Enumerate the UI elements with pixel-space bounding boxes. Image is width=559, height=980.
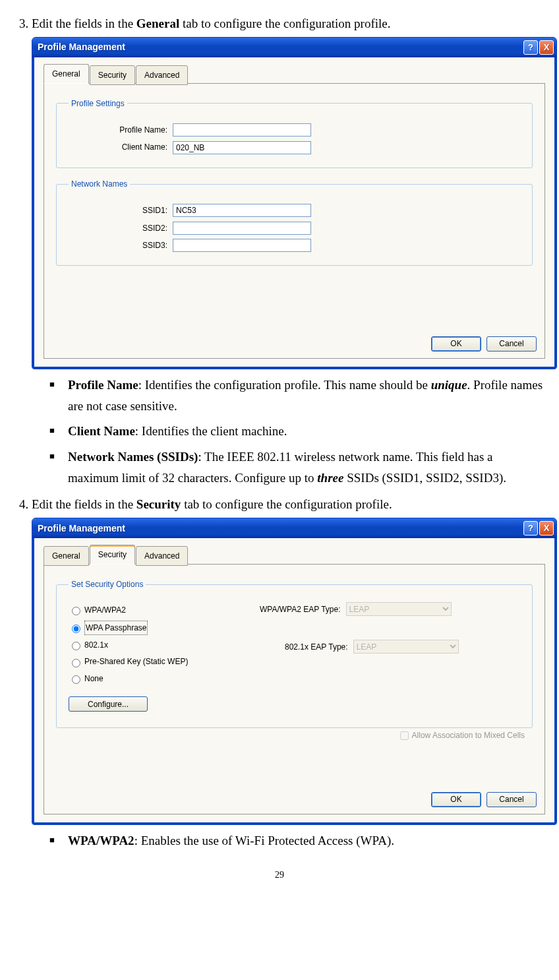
titlebar[interactable]: Profile Management ? X <box>32 518 556 538</box>
mixed-cells-checkbox <box>400 731 409 740</box>
window-title: Profile Management <box>38 521 522 537</box>
tab-general[interactable]: General <box>44 546 89 565</box>
wpa-eap-label: WPA/WPA2 EAP Type: <box>260 603 341 616</box>
bullet-profile-name: Profile Name: Identifies the configurati… <box>68 375 546 417</box>
profile-name-input[interactable] <box>173 123 311 137</box>
radio-wpa[interactable] <box>72 607 80 615</box>
ssid1-input[interactable] <box>173 204 311 217</box>
ssid2-label: SSID2: <box>69 222 167 235</box>
client-name-label: Client Name: <box>69 140 167 154</box>
step-3: Edit the fields in the General tab to co… <box>32 13 546 489</box>
profile-management-window-security: Profile Management ? X General Security … <box>32 518 557 824</box>
cancel-button[interactable]: Cancel <box>486 792 537 807</box>
configure-button[interactable]: Configure... <box>69 696 148 712</box>
radio-8021x-label: 802.1x <box>84 638 108 652</box>
8021x-eap-label: 802.1x EAP Type: <box>285 640 348 654</box>
mixed-cells-label: Allow Association to Mixed Cells <box>412 729 525 742</box>
tab-advanced[interactable]: Advanced <box>136 546 188 565</box>
step4-bold: Security <box>136 497 181 511</box>
tab-advanced[interactable]: Advanced <box>136 65 188 84</box>
close-button[interactable]: X <box>539 40 554 55</box>
cancel-button[interactable]: Cancel <box>486 336 537 352</box>
tab-security[interactable]: Security <box>90 545 135 564</box>
bullet-client-name: Client Name: Identifies the client machi… <box>68 421 546 442</box>
bullet-network-names: Network Names (SSIDs): The IEEE 802.11 w… <box>68 446 546 489</box>
profile-settings-group: Profile Settings Profile Name: Client Na… <box>56 97 533 168</box>
profile-management-window-general: Profile Management ? X General Security … <box>32 37 557 369</box>
network-names-group: Network Names SSID1: SSID2: SSID3: <box>56 177 533 266</box>
radio-psk-label: Pre-Shared Key (Static WEP) <box>84 655 188 668</box>
client-name-input[interactable] <box>173 141 311 154</box>
bullet-wpa: WPA/WPA2: Enables the use of Wi-Fi Prote… <box>68 830 546 851</box>
step3-post: tab to configure the configuration profi… <box>179 16 390 30</box>
security-legend: Set Security Options <box>69 578 146 591</box>
help-button[interactable]: ? <box>523 521 538 536</box>
tab-security[interactable]: Security <box>90 65 135 84</box>
ok-button[interactable]: OK <box>431 336 481 352</box>
radio-8021x[interactable] <box>72 642 80 650</box>
radio-wpa-passphrase-label: WPA Passphrase <box>84 621 148 635</box>
ssid2-input[interactable] <box>173 222 311 235</box>
step-4: Edit the fields in the Security tab to c… <box>32 494 546 851</box>
close-button[interactable]: X <box>539 521 554 536</box>
profile-settings-legend: Profile Settings <box>69 97 127 110</box>
step3-pre: Edit the fields in the <box>32 16 136 30</box>
step3-bold: General <box>136 16 179 30</box>
radio-none[interactable] <box>72 675 80 684</box>
step4-post: tab to configure the configuration profi… <box>181 497 392 511</box>
8021x-eap-select: LEAP <box>353 640 459 654</box>
profile-name-label: Profile Name: <box>69 123 167 137</box>
radio-psk[interactable] <box>72 659 80 667</box>
step4-pre: Edit the fields in the <box>32 497 136 511</box>
window-title: Profile Management <box>38 40 522 55</box>
wpa-eap-select: LEAP <box>346 602 452 616</box>
set-security-options-group: Set Security Options WPA/WPA2 WPA Passph… <box>56 578 533 728</box>
ssid3-input[interactable] <box>173 239 311 252</box>
ssid1-label: SSID1: <box>69 204 167 217</box>
titlebar[interactable]: Profile Management ? X <box>32 38 556 57</box>
page-number: 29 <box>13 870 546 880</box>
radio-wpa-passphrase[interactable] <box>72 625 80 633</box>
network-names-legend: Network Names <box>69 177 130 191</box>
tab-general[interactable]: General <box>44 64 89 83</box>
ssid3-label: SSID3: <box>69 239 167 252</box>
radio-wpa-label: WPA/WPA2 <box>84 603 126 617</box>
ok-button[interactable]: OK <box>431 792 481 807</box>
help-button[interactable]: ? <box>523 40 538 55</box>
radio-none-label: None <box>84 672 103 685</box>
